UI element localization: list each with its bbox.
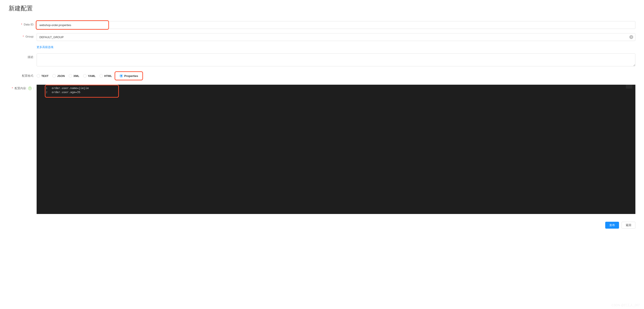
radio-circle-icon bbox=[52, 74, 56, 78]
editor-scrollbar[interactable] bbox=[632, 85, 636, 214]
group-input[interactable] bbox=[36, 33, 636, 41]
format-radio-yaml[interactable]: YAML bbox=[83, 74, 96, 78]
required-marker: * bbox=[23, 35, 24, 38]
group-label: * Group: bbox=[8, 33, 36, 38]
group-label-text: Group: bbox=[26, 35, 34, 38]
content-label: * 配置内容: ? : bbox=[8, 85, 36, 90]
radio-label-text: JSON bbox=[57, 74, 64, 78]
radio-circle-icon bbox=[69, 74, 72, 78]
footer-actions: 发布 返回 bbox=[8, 218, 636, 232]
radio-label-text: XML bbox=[74, 74, 79, 78]
editor-gutter: 12 bbox=[36, 85, 50, 214]
radio-label-text: HTML bbox=[104, 74, 112, 78]
group-clear-icon[interactable]: ✕ bbox=[629, 35, 633, 39]
radio-label-text: TEXT bbox=[41, 74, 48, 78]
description-label-text: 描述: bbox=[28, 55, 34, 59]
page-title: 新建配置 bbox=[8, 4, 636, 13]
data-id-input[interactable] bbox=[36, 21, 636, 29]
advanced-options-link[interactable]: 更多高级选项 bbox=[36, 46, 54, 49]
radio-circle-icon bbox=[100, 74, 103, 78]
description-textarea[interactable] bbox=[36, 54, 636, 66]
gutter-line-number: 2 bbox=[36, 90, 48, 94]
format-radio-group: TEXTJSONXMLYAMLHTMLProperties bbox=[36, 71, 636, 80]
editor-content[interactable]: order.user.name=jiejieorder.user.age=35 bbox=[50, 85, 626, 214]
required-marker: * bbox=[12, 87, 13, 90]
help-icon[interactable]: ? bbox=[28, 87, 32, 90]
data-id-label: * Data ID: bbox=[8, 21, 36, 26]
content-label-colon: : bbox=[33, 87, 34, 90]
radio-circle-icon bbox=[83, 74, 86, 78]
gutter-line-number: 1 bbox=[36, 86, 48, 90]
format-radio-text[interactable]: TEXT bbox=[36, 74, 48, 78]
editor-minimap[interactable] bbox=[626, 85, 632, 214]
format-radio-json[interactable]: JSON bbox=[52, 74, 64, 78]
radio-label-text: YAML bbox=[88, 74, 96, 78]
back-button[interactable]: 返回 bbox=[622, 222, 636, 229]
radio-circle-icon bbox=[120, 74, 123, 78]
description-label: 描述: bbox=[8, 54, 36, 59]
format-label: 配置格式: bbox=[8, 74, 36, 78]
format-label-text: 配置格式: bbox=[22, 74, 34, 77]
required-marker: * bbox=[21, 23, 22, 26]
format-radio-properties[interactable]: Properties bbox=[114, 71, 143, 80]
data-id-label-text: Data ID: bbox=[24, 23, 34, 26]
code-line: order.user.name=jiejie bbox=[50, 86, 626, 90]
format-radio-html[interactable]: HTML bbox=[100, 74, 112, 78]
publish-button[interactable]: 发布 bbox=[605, 222, 619, 229]
code-editor[interactable]: 12 order.user.name=jiejieorder.user.age=… bbox=[36, 85, 636, 214]
radio-circle-icon bbox=[36, 74, 40, 78]
content-label-text: 配置内容: bbox=[15, 87, 27, 90]
code-line: order.user.age=35 bbox=[50, 90, 626, 94]
format-radio-xml[interactable]: XML bbox=[69, 74, 79, 78]
radio-label-text: Properties bbox=[124, 74, 138, 78]
